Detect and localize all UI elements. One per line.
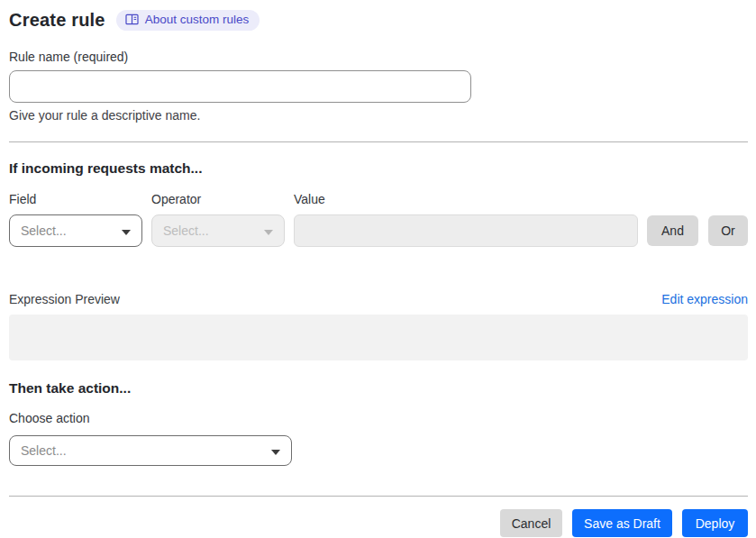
match-controls-row: Select... Select... And Or: [9, 214, 748, 247]
expression-preview-box: [9, 315, 748, 360]
rule-name-helper: Give your rule a descriptive name.: [9, 108, 748, 123]
deploy-button[interactable]: Deploy: [682, 509, 748, 537]
value-input: [294, 214, 638, 247]
expression-preview-row: Expression Preview Edit expression: [9, 292, 748, 306]
value-label: Value: [294, 192, 325, 206]
save-as-draft-button[interactable]: Save as Draft: [572, 509, 672, 537]
choose-action-label: Choose action: [9, 411, 748, 425]
footer-divider: [9, 496, 748, 497]
cancel-button[interactable]: Cancel: [500, 509, 562, 537]
choose-action-select[interactable]: Select...: [9, 435, 292, 466]
match-section-heading: If incoming requests match...: [9, 160, 748, 177]
or-button[interactable]: Or: [708, 215, 748, 246]
field-label: Field: [9, 192, 151, 206]
chevron-down-icon: [264, 223, 273, 238]
field-select-value: Select...: [21, 223, 67, 238]
rule-name-input[interactable]: [9, 70, 471, 103]
about-custom-rules-label: About custom rules: [145, 13, 250, 27]
operator-select-value: Select...: [163, 223, 209, 238]
operator-select: Select...: [151, 214, 285, 247]
rule-name-label: Rule name (required): [9, 50, 748, 64]
expression-preview-label: Expression Preview: [9, 292, 120, 306]
operator-label: Operator: [151, 192, 294, 206]
chevron-down-icon: [271, 443, 280, 458]
rule-name-section: Rule name (required) Give your rule a de…: [9, 50, 748, 123]
book-icon: [125, 14, 139, 25]
footer-actions: Cancel Save as Draft Deploy: [9, 509, 748, 537]
about-custom-rules-link[interactable]: About custom rules: [116, 10, 260, 31]
section-divider: [9, 141, 748, 142]
match-labels-row: Field Operator Value: [9, 192, 748, 206]
create-rule-page: Create rule About custom rules Rule name…: [0, 0, 756, 538]
title-row: Create rule About custom rules: [9, 7, 748, 32]
page-title: Create rule: [9, 10, 105, 31]
edit-expression-link[interactable]: Edit expression: [661, 292, 748, 306]
chevron-down-icon: [122, 223, 131, 238]
action-section-heading: Then take action...: [9, 380, 748, 397]
field-select[interactable]: Select...: [9, 214, 142, 247]
choose-action-select-value: Select...: [21, 443, 67, 458]
and-button[interactable]: And: [647, 215, 698, 246]
